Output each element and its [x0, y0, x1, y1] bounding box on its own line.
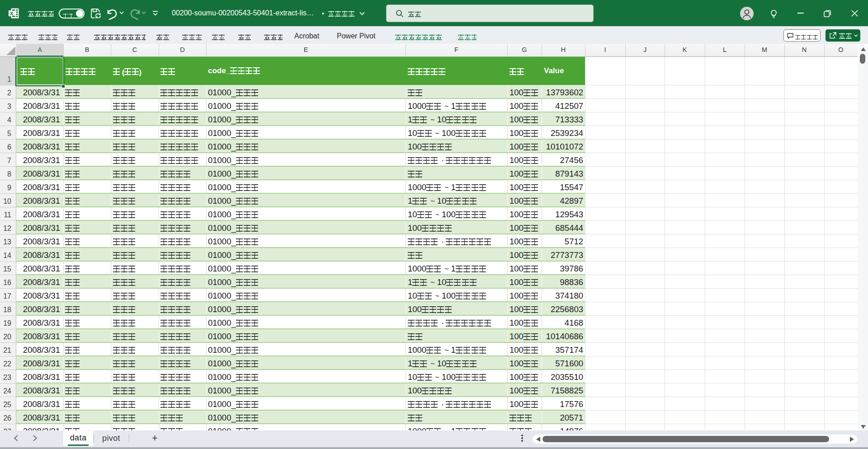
svg-text:X: X — [10, 11, 14, 16]
